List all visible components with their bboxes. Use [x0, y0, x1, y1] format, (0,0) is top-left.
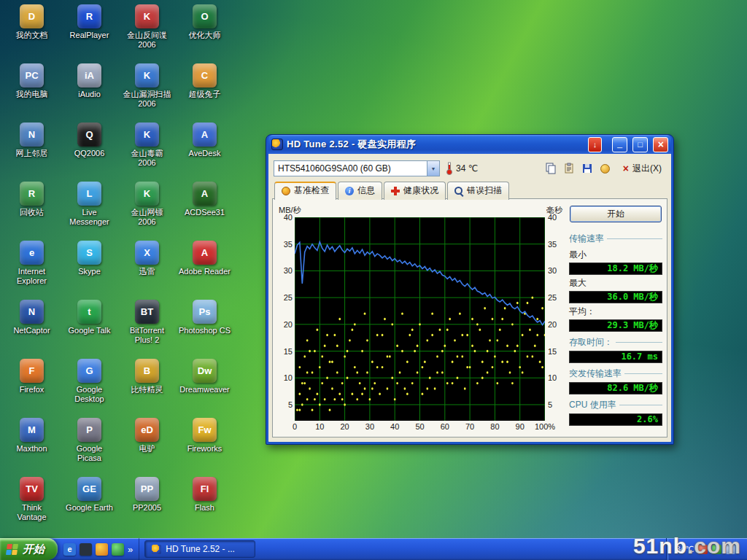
avedesk-icon: A [193, 122, 217, 147]
quick-launch-icon[interactable] [80, 543, 92, 556]
desktop-icon-internet-explorer[interactable]: eInternet Explorer [3, 238, 61, 297]
copy-icon [545, 163, 557, 174]
desktop-icon-live-messenger[interactable]: LLive Messenger [61, 179, 118, 238]
desktop-icon-adobe-reader[interactable]: AAdobe Reader [176, 238, 233, 297]
desktop-icon-google-picasa[interactable]: PGoogle Picasa [61, 415, 118, 474]
tab-info[interactable]: i 信息 [338, 182, 382, 200]
ie-quick-icon[interactable]: e [63, 543, 76, 556]
desktop-icon-google-desktop[interactable]: GGoogle Desktop [61, 356, 118, 415]
exit-button[interactable]: × 退出(X) [619, 161, 666, 176]
start-button[interactable]: 开始 [570, 206, 662, 222]
desktop-icon-kingsoft-netguard[interactable]: K金山网镖 2006 [118, 179, 176, 238]
desktop-icon-kingsoft-scan[interactable]: K金山漏洞扫描 2006 [118, 61, 176, 120]
skin-arrow-button[interactable]: ↓ [588, 137, 602, 152]
desktop-icon-avedesk[interactable]: AAveDesk [176, 120, 233, 179]
desktop-icon-kingsoft-antispy[interactable]: K金山反间谍 2006 [118, 1, 176, 61]
desktop-icon-xunlei[interactable]: X迅雷 [118, 238, 176, 297]
x-tick-label: 50 [415, 422, 424, 431]
start-label: 开始 [23, 542, 44, 556]
show-desktop-quick-icon[interactable] [112, 543, 124, 556]
y-tick-label: 15 [548, 347, 557, 356]
skype-icon: S [77, 241, 101, 265]
qq2006-icon: Q [77, 122, 101, 147]
x-tick-label: 100% [535, 422, 555, 431]
desktop-icon-label: QQ2006 [74, 149, 105, 158]
live-messenger-icon: L [77, 182, 101, 206]
burst-rate-value: 82.6 MB/秒 [569, 382, 662, 394]
drive-select[interactable]: HTS541060G9SA00 (60 GB) ▼ [274, 160, 440, 176]
desktop-icon-label: iAudio [78, 90, 101, 99]
desktop-icon-google-earth[interactable]: GEGoogle Earth [61, 474, 118, 533]
desktop-icon-super-rabbit[interactable]: C超级兔子 [176, 61, 233, 120]
tab-health[interactable]: 健康状况 [384, 182, 446, 200]
y-tick-label: 35 [548, 240, 557, 249]
desktop-icon-skype[interactable]: SSkype [61, 238, 118, 297]
min-value: 18.2 MB/秒 [569, 262, 662, 275]
close-button[interactable]: × [653, 137, 668, 152]
desktop-icon-pp2005[interactable]: PPPP2005 [118, 474, 176, 533]
save-button[interactable] [579, 160, 595, 176]
network-places-icon: N [20, 122, 44, 147]
options-button[interactable] [597, 160, 614, 176]
desktop-icon-bitspirit[interactable]: B比特精灵 [118, 356, 176, 415]
desktop-icon-label: 金山网镖 2006 [131, 208, 163, 226]
quick-launch-expand-chevron[interactable]: » [128, 544, 133, 555]
desktop-icon-label: Live Messenger [69, 208, 109, 226]
desktop-icon-dreamweaver[interactable]: DwDreamweaver [176, 356, 233, 415]
desktop-icon-iaudio[interactable]: iAiAudio [61, 61, 118, 120]
x-tick-label: 40 [390, 422, 399, 431]
desktop-icon-bittorrent-plus[interactable]: BTBitTorrent Plus! 2 [118, 297, 176, 356]
desktop-icon-google-talk[interactable]: tGoogle Talk [61, 297, 118, 356]
desktop-icon-youhua-dashi[interactable]: O优化大师 [176, 1, 233, 61]
copy-text-button[interactable] [561, 160, 577, 176]
internet-explorer-icon: e [20, 241, 44, 265]
tab-benchmark[interactable]: 基准检查 [274, 182, 336, 200]
desktop-icon-label: PP2005 [133, 503, 161, 513]
desktop-icon-label: 网上邻居 [16, 149, 48, 158]
maxthon-icon: M [20, 418, 44, 442]
desktop-icon-firefox[interactable]: FFirefox [3, 356, 61, 415]
desktop-icon-my-documents[interactable]: D我的文档 [3, 1, 61, 61]
y-axis-left: 403530252015105 [277, 217, 295, 421]
desktop-icon-kingsoft-duba[interactable]: K金山毒霸 2006 [118, 120, 176, 179]
minimize-button[interactable]: ─ [612, 137, 627, 152]
realplayer-icon: R [77, 4, 101, 28]
close-icon: × [657, 139, 663, 150]
desktop-icon-network-places[interactable]: N网上邻居 [3, 120, 61, 179]
tab-label: 基准检查 [294, 184, 329, 197]
benchmark-panel: MB/秒 毫秒 403530252015105 403530252015105 … [272, 198, 667, 438]
media-player-quick-icon[interactable] [96, 543, 108, 556]
desktop-icon-edonkey[interactable]: eD电驴 [118, 415, 176, 474]
desktop-icon-realplayer[interactable]: RRealPlayer [61, 1, 118, 61]
desktop-icon-label: ACDSee31 [185, 208, 225, 217]
titlebar[interactable]: HD Tune 2.52 - 硬盘实用程序 ↓ ─ □ × [268, 135, 671, 154]
avg-label: 平均： [569, 306, 662, 318]
desktop-icon-label: 金山反间谍 2006 [127, 31, 167, 49]
maximize-button[interactable]: □ [632, 137, 648, 152]
desktop-icon-fireworks[interactable]: FwFireworks [176, 415, 233, 474]
kingsoft-scan-icon: K [135, 63, 159, 88]
desktop-icon-label: Internet Explorer [17, 267, 47, 285]
benchmark-chart: MB/秒 毫秒 403530252015105 403530252015105 … [277, 205, 564, 434]
desktop-icon-flash[interactable]: FlFlash [176, 474, 233, 533]
burst-rate-caption: 突发传输速率 [569, 368, 662, 380]
desktop-icon-qq2006[interactable]: QQQ2006 [61, 120, 118, 179]
copy-button[interactable] [543, 160, 559, 176]
desktop-icon-thinkvantage[interactable]: TVThink Vantage [3, 474, 61, 533]
exit-x-icon: × [623, 163, 629, 174]
hdtune-task-button[interactable]: HD Tune 2.52 - ... [144, 540, 255, 558]
y-tick-label: 15 [284, 347, 293, 356]
thermometer-icon [446, 162, 453, 175]
bittorrent-plus-icon: BT [135, 300, 159, 324]
desktop-icon-my-computer[interactable]: PC我的电脑 [3, 61, 61, 120]
dropdown-button[interactable]: ▼ [427, 161, 439, 176]
desktop-icon-photoshop-cs[interactable]: PsPhotoshop CS [176, 297, 233, 356]
tab-error-scan[interactable]: 错误扫描 [447, 182, 509, 200]
start-menu-button[interactable]: 开始 [0, 538, 58, 560]
results-panel: 开始 传输速率 最小 18.2 MB/秒 最大 36.0 MB/秒 平均： 29… [569, 205, 662, 434]
desktop-icon-acdsee[interactable]: AACDSee31 [176, 179, 233, 238]
desktop-icon-recycle-bin[interactable]: R回收站 [3, 179, 61, 238]
desktop-icon-netcaptor[interactable]: NNetCaptor [3, 297, 61, 356]
desktop-icon-maxthon[interactable]: MMaxthon [3, 415, 61, 474]
kingsoft-duba-icon: K [135, 122, 159, 147]
